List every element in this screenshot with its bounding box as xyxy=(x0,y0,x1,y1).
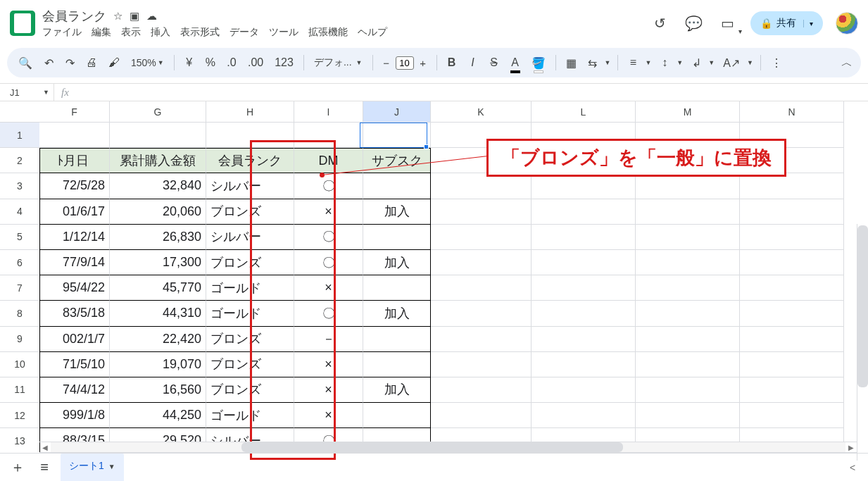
cell[interactable] xyxy=(431,301,532,326)
add-sheet-button[interactable]: ＋ xyxy=(7,457,28,478)
percent-icon[interactable]: % xyxy=(203,54,218,72)
row-header[interactable]: 1 xyxy=(0,123,39,148)
currency-icon[interactable]: ¥ xyxy=(182,54,197,72)
share-button[interactable]: 🔒 共有 ▾ xyxy=(750,11,823,35)
font-size-decrease[interactable]: − xyxy=(380,57,393,69)
scroll-tabs-left-icon[interactable]: < xyxy=(844,462,861,473)
row-header[interactable]: 2 xyxy=(0,148,39,173)
cell[interactable] xyxy=(431,173,532,199)
cell[interactable]: × xyxy=(294,199,363,225)
sheet-tab[interactable]: シート1 ▼ xyxy=(61,454,124,482)
cell[interactable] xyxy=(636,250,740,275)
cell[interactable]: 95/4/22 xyxy=(39,275,110,301)
meet-icon[interactable]: ▭ xyxy=(717,13,738,34)
row-header[interactable]: 7 xyxy=(0,275,39,301)
cell[interactable] xyxy=(636,352,740,377)
cell[interactable] xyxy=(363,225,431,250)
table-row[interactable]: 77/9/1417,300ブロンズ〇加入 xyxy=(39,250,868,275)
star-icon[interactable]: ☆ xyxy=(113,10,122,23)
col-header[interactable]: I xyxy=(294,101,363,123)
cell[interactable] xyxy=(532,173,636,199)
select-all-corner[interactable] xyxy=(0,101,39,123)
more-formats-icon[interactable]: 123 xyxy=(272,54,296,72)
cell[interactable]: ゴールド xyxy=(206,301,294,326)
col-header[interactable]: K xyxy=(431,101,532,123)
cell[interactable]: 17,300 xyxy=(110,250,206,275)
cloud-icon[interactable]: ☁ xyxy=(146,10,157,23)
cell[interactable] xyxy=(636,403,740,428)
cell[interactable]: 加入 xyxy=(363,301,431,326)
cell[interactable] xyxy=(363,275,431,301)
cell[interactable]: 16,560 xyxy=(110,377,206,403)
cell[interactable] xyxy=(532,199,636,225)
paint-format-icon[interactable]: 🖌 xyxy=(106,54,122,72)
cell[interactable] xyxy=(532,403,636,428)
cell[interactable] xyxy=(431,250,532,275)
col-header[interactable]: N xyxy=(740,101,844,123)
cell[interactable] xyxy=(636,173,740,199)
cell[interactable]: 22,420 xyxy=(110,327,206,352)
cell[interactable] xyxy=(431,225,532,250)
wrap-icon[interactable]: ↲ xyxy=(688,54,704,72)
row-header[interactable]: 11 xyxy=(0,377,39,403)
cell[interactable] xyxy=(636,327,740,352)
cell[interactable] xyxy=(431,327,532,352)
menu-data[interactable]: データ xyxy=(229,26,259,39)
row-header[interactable]: 5 xyxy=(0,225,39,250)
cell[interactable]: 44,250 xyxy=(110,403,206,428)
cell[interactable] xyxy=(431,403,532,428)
rotate-icon[interactable]: A↗ xyxy=(720,54,743,72)
print-icon[interactable]: 🖨 xyxy=(83,54,100,72)
h-align-icon[interactable]: ≡ xyxy=(625,54,641,72)
table-row[interactable]: 1/12/1426,830シルバー〇 xyxy=(39,225,868,250)
menu-view[interactable]: 表示 xyxy=(121,26,141,39)
cell[interactable]: 74/4/12 xyxy=(39,377,110,403)
cell[interactable]: シルバー xyxy=(206,225,294,250)
cell[interactable] xyxy=(740,173,844,199)
table-row[interactable]: 01/6/1720,060ブロンズ×加入 xyxy=(39,199,868,225)
cell[interactable]: 加入 xyxy=(363,250,431,275)
cell[interactable] xyxy=(431,199,532,225)
cell[interactable]: シルバー xyxy=(206,173,294,199)
decrease-decimal-icon[interactable]: .0 xyxy=(224,54,239,72)
cell[interactable]: 〇 xyxy=(294,301,363,326)
cell[interactable]: × xyxy=(294,352,363,377)
col-header[interactable]: H xyxy=(206,101,294,123)
cell[interactable] xyxy=(740,225,844,250)
scroll-right-icon[interactable]: ▶ xyxy=(845,444,857,451)
share-dropdown-icon[interactable]: ▾ xyxy=(803,20,819,27)
move-icon[interactable]: ▣ xyxy=(130,10,139,23)
menu-file[interactable]: ファイル xyxy=(42,26,82,39)
cell[interactable]: 加入 xyxy=(363,377,431,403)
cell[interactable] xyxy=(740,275,844,301)
row-header[interactable]: 3 xyxy=(0,173,39,199)
cell[interactable] xyxy=(636,225,740,250)
row-header[interactable]: 10 xyxy=(0,352,39,377)
cell[interactable]: × xyxy=(294,377,363,403)
table-header[interactable]: 累計購入金額 xyxy=(110,148,206,173)
table-header[interactable]: 会員ランク xyxy=(206,148,294,173)
cell[interactable]: － xyxy=(294,327,363,352)
cell[interactable]: ブロンズ xyxy=(206,377,294,403)
cell[interactable] xyxy=(636,301,740,326)
fill-handle[interactable] xyxy=(424,144,429,149)
v-align-icon[interactable]: ↕ xyxy=(657,54,672,72)
table-row[interactable]: 71/5/1019,070ブロンズ× xyxy=(39,352,868,377)
cell[interactable]: 〇 xyxy=(294,250,363,275)
table-row[interactable]: 83/5/1844,310ゴールド〇加入 xyxy=(39,301,868,326)
cell[interactable]: ゴールド xyxy=(206,403,294,428)
all-sheets-button[interactable]: ≡ xyxy=(34,457,55,478)
cell[interactable]: × xyxy=(294,403,363,428)
cell[interactable] xyxy=(740,199,844,225)
menu-extensions[interactable]: 拡張機能 xyxy=(308,26,348,39)
sheets-logo[interactable] xyxy=(10,11,35,36)
collapse-toolbar-icon[interactable]: ︿ xyxy=(841,56,853,70)
cell[interactable] xyxy=(636,275,740,301)
menu-tools[interactable]: ツール xyxy=(269,26,298,39)
account-avatar[interactable] xyxy=(836,12,858,35)
cell[interactable] xyxy=(363,173,431,199)
cell[interactable]: 〇 xyxy=(294,225,363,250)
cell[interactable] xyxy=(532,301,636,326)
cell[interactable] xyxy=(740,250,844,275)
cell[interactable]: × xyxy=(294,275,363,301)
